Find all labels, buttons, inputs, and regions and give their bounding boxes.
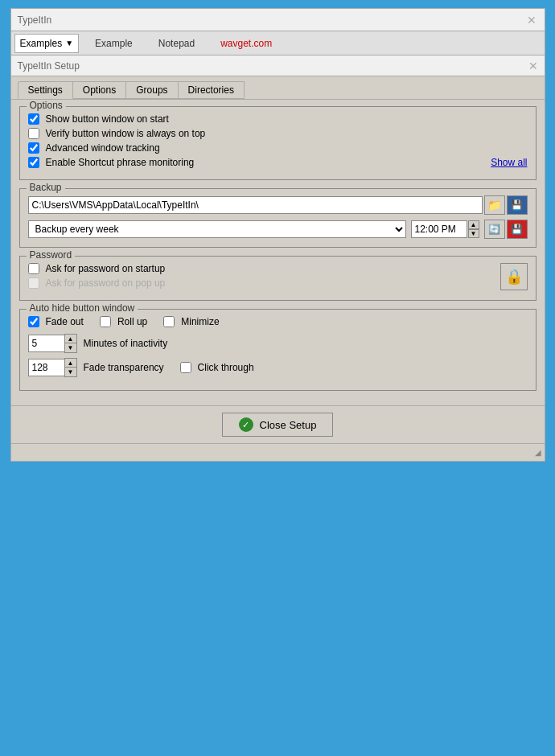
password-popup-row: Ask for password on pop up <box>28 277 500 289</box>
close-setup-button[interactable]: ✓ Close Setup <box>222 413 334 437</box>
option-row-4: Enable Shortcut phrase monitoring Show a… <box>28 157 528 168</box>
auto-hide-group: Auto hide button window Fade out Roll up… <box>19 309 536 391</box>
close-setup-label: Close Setup <box>260 419 317 431</box>
fade-out-label: Fade out <box>46 316 84 327</box>
ask-password-popup-label: Ask for password on pop up <box>46 277 166 289</box>
verify-button-window-checkbox[interactable] <box>28 128 39 139</box>
click-through-checkbox[interactable] <box>180 362 191 373</box>
inactivity-spinner: ▲ ▼ <box>64 334 77 353</box>
transparency-label: Fade transparency <box>84 362 164 373</box>
minimize-checkbox[interactable] <box>163 316 175 327</box>
save-backup-button[interactable]: 💾 <box>507 195 528 215</box>
inactivity-input[interactable] <box>28 335 64 352</box>
tab-dropdown-label: Examples <box>20 38 63 49</box>
show-button-window-checkbox[interactable] <box>28 113 39 125</box>
click-through-label: Click through <box>198 362 254 373</box>
setup-title-text: TypeItIn Setup <box>18 60 80 72</box>
restore-button[interactable]: 🔄 <box>484 220 505 239</box>
tab-dropdown[interactable]: Examples ▼ <box>14 34 80 53</box>
title-bar: TypeItIn ✕ <box>10 8 545 31</box>
show-button-window-label: Show button window on start <box>46 113 169 125</box>
tab-notepad[interactable]: Notepad <box>146 34 207 53</box>
content-area: Options Show button window on start Veri… <box>11 99 545 405</box>
bottom-bar: ✓ Close Setup <box>11 405 545 443</box>
tab-groups[interactable]: Groups <box>125 81 178 99</box>
transparency-input[interactable] <box>28 359 64 376</box>
transparency-row: ▲ ▼ Fade transparency Click through <box>28 358 528 377</box>
main-window: TypeItIn Setup ✕ Settings Options Groups… <box>10 55 545 444</box>
time-spinner: ▲ ▼ <box>468 220 479 238</box>
transparency-down-button[interactable]: ▼ <box>65 368 76 376</box>
option-row-2: Verify button window is always on top <box>28 128 528 139</box>
time-up-button[interactable]: ▲ <box>468 220 479 229</box>
ask-password-startup-checkbox[interactable] <box>28 263 39 274</box>
backup-path-row: 📁 💾 <box>28 195 528 215</box>
ask-password-popup-checkbox <box>28 277 39 289</box>
lock-icon: 🔒 <box>505 268 523 286</box>
tab-directories[interactable]: Directories <box>178 81 245 99</box>
option-row-3: Advanced window tracking <box>28 142 528 154</box>
roll-up-checkbox[interactable] <box>100 316 111 327</box>
chevron-down-icon: ▼ <box>65 39 73 47</box>
backup-time-input[interactable] <box>411 220 467 238</box>
tab-options[interactable]: Options <box>72 81 126 99</box>
option-row-1: Show button window on start <box>28 113 528 125</box>
footer-area: ◢ <box>10 444 545 462</box>
title-bar-close-button[interactable]: ✕ <box>525 14 538 27</box>
roll-up-row: Roll up <box>100 316 147 327</box>
auto-hide-group-label: Auto hide button window <box>27 302 138 314</box>
minimize-label: Minimize <box>181 316 219 327</box>
inactivity-spinbox: ▲ ▼ <box>28 334 77 353</box>
setup-title-bar: TypeItIn Setup ✕ <box>11 55 545 76</box>
auto-hide-options-row: Fade out Roll up Minimize <box>28 316 528 327</box>
options-group: Options Show button window on start Veri… <box>19 106 536 180</box>
transparency-up-button[interactable]: ▲ <box>65 359 76 368</box>
backup-group-label: Backup <box>27 182 65 193</box>
title-bar-text: TypeItIn <box>18 14 52 26</box>
backup-schedule-dropdown[interactable]: Backup every week Backup every day Backu… <box>28 220 406 238</box>
backup-schedule-row: Backup every week Backup every day Backu… <box>28 220 528 239</box>
tab-bar: Examples ▼ Example Notepad wavget.com <box>10 31 545 55</box>
roll-up-label: Roll up <box>117 316 147 327</box>
inactivity-label: Minutes of inactivity <box>84 338 168 349</box>
tab-wavget[interactable]: wavget.com <box>208 34 284 53</box>
inactivity-row: ▲ ▼ Minutes of inactivity <box>28 334 528 353</box>
inactivity-down-button[interactable]: ▼ <box>65 343 76 352</box>
backup-path-input[interactable] <box>28 196 483 214</box>
shortcut-monitoring-checkbox[interactable] <box>28 157 39 168</box>
green-check-icon: ✓ <box>239 417 253 432</box>
click-through-row: Click through <box>180 362 254 373</box>
tab-example[interactable]: Example <box>83 34 145 53</box>
advanced-tracking-checkbox[interactable] <box>28 142 39 154</box>
browse-folder-button[interactable]: 📁 <box>484 195 505 215</box>
backup-group: Backup 📁 💾 Backup every week Backup ever… <box>19 188 536 248</box>
ask-password-startup-label: Ask for password on startup <box>46 263 166 274</box>
password-icon-button[interactable]: 🔒 <box>500 263 528 290</box>
fade-out-checkbox[interactable] <box>28 316 39 327</box>
time-down-button[interactable]: ▼ <box>468 229 479 238</box>
minimize-row: Minimize <box>163 316 219 327</box>
password-group: Password Ask for password on startup Ask… <box>19 256 536 301</box>
settings-tabs: Settings Options Groups Directories <box>11 76 545 99</box>
show-all-link[interactable]: Show all <box>491 157 527 168</box>
check-icon: ✓ <box>242 420 249 430</box>
fade-out-row: Fade out <box>28 316 84 327</box>
inactivity-up-button[interactable]: ▲ <box>65 335 76 343</box>
password-group-label: Password <box>27 249 76 261</box>
backup-now-button[interactable]: 💾 <box>507 220 528 239</box>
setup-close-button[interactable]: ✕ <box>528 60 538 72</box>
advanced-tracking-label: Advanced window tracking <box>46 142 160 154</box>
shortcut-monitoring-label: Enable Shortcut phrase monitoring <box>46 157 195 168</box>
transparency-spinbox: ▲ ▼ <box>28 358 77 377</box>
options-group-label: Options <box>27 100 66 111</box>
tab-settings[interactable]: Settings <box>18 81 73 99</box>
transparency-spinner: ▲ ▼ <box>64 358 77 377</box>
password-startup-row: Ask for password on startup <box>28 263 500 274</box>
resize-handle-icon: ◢ <box>535 448 541 457</box>
verify-button-window-label: Verify button window is always on top <box>46 128 206 139</box>
